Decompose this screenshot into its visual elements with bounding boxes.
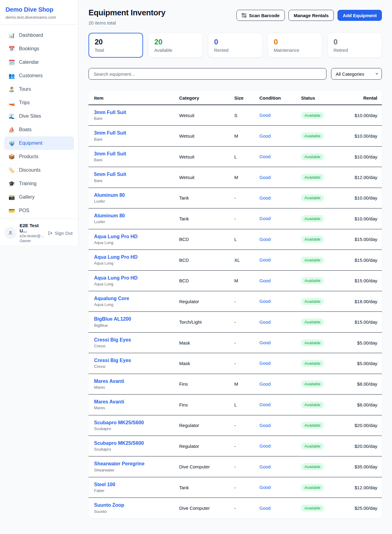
item-name-link[interactable]: BigBlue AL1200: [94, 316, 169, 322]
items-total: 20 items total: [89, 20, 165, 25]
stat-value: 20: [154, 38, 197, 46]
item-name-link[interactable]: Aqua Lung Pro HD: [94, 254, 169, 260]
stat-label: Maintenance: [274, 48, 316, 53]
condition-link[interactable]: Good: [259, 340, 271, 345]
condition-link[interactable]: Good: [259, 381, 271, 387]
stat-value: 0: [274, 38, 316, 46]
condition-link[interactable]: Good: [259, 237, 271, 242]
item-name-link[interactable]: Cressi Big Eyes: [94, 357, 169, 363]
condition-link[interactable]: Good: [259, 485, 271, 490]
condition-link[interactable]: Good: [259, 133, 271, 139]
item-category: BCD: [174, 270, 229, 291]
rental-price: $35.00/day: [339, 456, 382, 477]
sidebar-item-bookings[interactable]: 📅 Bookings: [4, 42, 74, 55]
condition-link[interactable]: Good: [259, 195, 271, 200]
status-badge: Available: [301, 318, 324, 326]
stat-card-maintenance[interactable]: 0 Maintenance: [268, 33, 322, 58]
item-brand: Faber: [94, 488, 169, 493]
rental-price: $10.00/day: [339, 126, 382, 146]
rental-price: $5.00/day: [339, 353, 382, 374]
item-name-link[interactable]: 3mm Full Suit: [94, 151, 169, 157]
condition-link[interactable]: Good: [259, 113, 271, 118]
stat-value: 0: [334, 38, 376, 46]
condition-link[interactable]: Good: [259, 299, 271, 304]
item-name-link[interactable]: Steel 100: [94, 482, 169, 487]
sidebar-item-label: Training: [19, 181, 36, 186]
stat-card-total[interactable]: 20 Total: [89, 33, 143, 58]
table-row: Scubapro MK25/S600 Scubapro Regulator - …: [89, 415, 382, 436]
item-name-link[interactable]: 3mm Full Suit: [94, 109, 169, 115]
condition-link[interactable]: Good: [259, 154, 271, 159]
item-brand: Cressi: [94, 344, 169, 349]
sidebar-item-gallery[interactable]: 📸 Gallery: [4, 190, 74, 204]
condition-link[interactable]: Good: [259, 175, 271, 180]
item-name-link[interactable]: Aluminum 80: [94, 213, 169, 219]
condition-link[interactable]: Good: [259, 505, 271, 511]
condition-link[interactable]: Good: [259, 257, 271, 262]
sidebar-item-equipment[interactable]: 🤿 Equipment: [4, 136, 74, 150]
col-header-size: Size: [229, 91, 254, 105]
item-name-link[interactable]: Mares Avanti: [94, 378, 169, 384]
status-badge: Available: [301, 153, 324, 160]
avatar: [4, 227, 17, 239]
sidebar-item-dive-sites[interactable]: 🌊 Dive Sites: [4, 109, 74, 123]
item-name-link[interactable]: 5mm Full Suit: [94, 171, 169, 177]
table-body: 3mm Full Suit Bare Wetsuit S Good Availa…: [89, 105, 382, 518]
item-size: -: [229, 353, 254, 374]
status-badge: Available: [301, 422, 324, 429]
manage-rentals-button[interactable]: Manage Rentals: [288, 10, 334, 21]
condition-link[interactable]: Good: [259, 443, 271, 448]
condition-link[interactable]: Good: [259, 360, 271, 366]
discounts-icon: 🏷️: [8, 167, 15, 173]
condition-link[interactable]: Good: [259, 423, 271, 428]
item-name-link[interactable]: Suunto Zoop: [94, 502, 169, 508]
item-name-link[interactable]: Mares Avanti: [94, 399, 169, 405]
app-root: Demo Dive Shop demo.test.divestreams.com…: [0, 0, 392, 531]
item-name-link[interactable]: Cressi Big Eyes: [94, 337, 169, 343]
item-name-link[interactable]: Aqua Lung Pro HD: [94, 234, 169, 239]
item-name-link[interactable]: Aqua Lung Pro HD: [94, 275, 169, 281]
sidebar-item-tours[interactable]: 🏝️ Tours: [4, 82, 74, 96]
sidebar-item-pos[interactable]: 💳 POS: [4, 204, 74, 217]
sidebar-item-trips[interactable]: 🚤 Trips: [4, 96, 74, 109]
tours-icon: 🏝️: [8, 86, 15, 92]
item-name-link[interactable]: 3mm Full Suit: [94, 130, 169, 136]
table-row: Aqua Lung Pro HD Aqua Lung BCD M Good Av…: [89, 270, 382, 291]
filters-row: All Categories: [89, 68, 382, 80]
item-name-link[interactable]: Scubapro MK25/S600: [94, 440, 169, 446]
category-select[interactable]: All Categories: [331, 68, 382, 80]
sidebar-item-discounts[interactable]: 🏷️ Discounts: [4, 163, 74, 177]
condition-link[interactable]: Good: [259, 464, 271, 469]
item-size: S: [229, 105, 254, 126]
sidebar-item-products[interactable]: 📦 Products: [4, 150, 74, 163]
equipment-icon: 🤿: [8, 140, 15, 146]
item-name-link[interactable]: Aluminum 80: [94, 192, 169, 198]
condition-link[interactable]: Good: [259, 278, 271, 283]
add-equipment-button[interactable]: Add Equipment: [337, 10, 382, 21]
pos-icon: 💳: [8, 208, 15, 214]
condition-link[interactable]: Good: [259, 319, 271, 325]
condition-link[interactable]: Good: [259, 216, 271, 221]
header-actions: Scan Barcode Manage Rentals Add Equipmen…: [236, 10, 382, 21]
sidebar-item-customers[interactable]: 👥 Customers: [4, 69, 74, 82]
sidebar-item-dashboard[interactable]: 📊 Dashboard: [4, 29, 74, 42]
status-badge: Available: [301, 339, 324, 346]
scan-barcode-button[interactable]: Scan Barcode: [236, 10, 285, 21]
rental-price: $12.00/day: [339, 477, 382, 498]
search-input[interactable]: [89, 68, 326, 80]
sign-out-button[interactable]: Sign Out: [48, 231, 73, 236]
sidebar-item-calendar[interactable]: 🗓️ Calendar: [4, 55, 74, 69]
table-row: 3mm Full Suit Bare Wetsuit M Good Availa…: [89, 126, 382, 146]
item-name-link[interactable]: Scubapro MK25/S600: [94, 420, 169, 425]
stat-label: Total: [95, 48, 137, 53]
stat-card-available[interactable]: 20 Available: [148, 33, 203, 58]
stat-card-rented[interactable]: 0 Rented: [208, 33, 262, 58]
item-name-link[interactable]: Aqualung Core: [94, 296, 169, 301]
item-name-link[interactable]: Shearwater Peregrine: [94, 461, 169, 467]
stat-card-retired[interactable]: 0 Retired: [327, 33, 382, 58]
sidebar-item-training[interactable]: 🎓 Training: [4, 177, 74, 190]
sidebar-item-boats[interactable]: ⛵ Boats: [4, 123, 74, 136]
table-row: Aqua Lung Pro HD Aqua Lung BCD XL Good A…: [89, 250, 382, 270]
item-size: -: [229, 498, 254, 518]
condition-link[interactable]: Good: [259, 402, 271, 407]
